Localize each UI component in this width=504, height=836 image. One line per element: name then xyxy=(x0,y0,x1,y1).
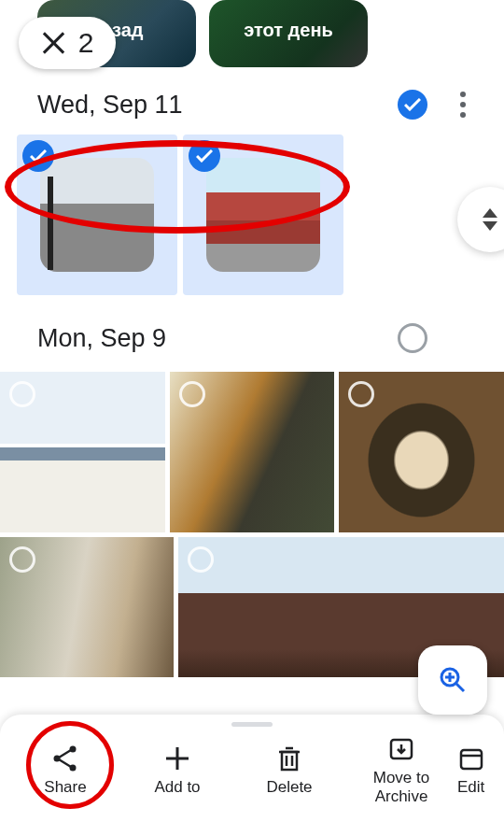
photo-tile[interactable] xyxy=(0,372,165,532)
svg-rect-17 xyxy=(461,750,482,769)
archive-button[interactable]: Move to Archive xyxy=(345,735,457,805)
selection-count: 2 xyxy=(78,27,94,59)
unselected-ring-icon xyxy=(188,546,214,573)
archive-icon xyxy=(387,735,415,763)
close-icon[interactable] xyxy=(41,31,65,55)
action-label: Edit xyxy=(457,778,484,797)
photo-tile[interactable] xyxy=(183,135,343,295)
action-label: Move to Archive xyxy=(345,769,457,805)
selection-pill[interactable]: 2 xyxy=(19,17,116,69)
share-icon xyxy=(51,744,79,772)
action-bar: Share Add to Delete Move to Archive Edit xyxy=(0,715,504,836)
svg-rect-11 xyxy=(282,752,297,770)
unselected-ring-icon xyxy=(179,381,205,407)
action-label: Delete xyxy=(266,778,312,797)
photo-tile[interactable] xyxy=(0,537,174,677)
drag-handle[interactable] xyxy=(231,722,273,727)
add-to-button[interactable]: Add to xyxy=(121,744,233,797)
magnify-plus-icon xyxy=(439,666,467,694)
svg-line-7 xyxy=(59,750,71,758)
chevron-up-icon xyxy=(483,208,497,218)
zoom-button[interactable] xyxy=(418,645,487,715)
photo-tile[interactable] xyxy=(17,135,177,295)
date-header: Mon, Sep 9 xyxy=(0,295,504,362)
overflow-icon[interactable] xyxy=(444,92,482,118)
action-label: Share xyxy=(44,778,86,797)
action-label: Add to xyxy=(154,778,200,797)
select-day-toggle[interactable] xyxy=(398,90,427,120)
date-header: Wed, Sep 11 xyxy=(0,67,504,129)
photo-grid-row xyxy=(0,372,504,532)
photo-tile[interactable] xyxy=(170,372,335,532)
unselected-ring-icon xyxy=(348,381,374,407)
photo-tile[interactable] xyxy=(339,372,504,532)
share-button[interactable]: Share xyxy=(9,744,121,797)
check-icon[interactable] xyxy=(22,140,54,172)
select-day-toggle[interactable] xyxy=(398,323,427,353)
svg-line-8 xyxy=(59,759,71,767)
photo-thumbnail xyxy=(40,158,154,272)
unselected-ring-icon xyxy=(9,546,35,573)
unselected-ring-icon xyxy=(9,381,35,407)
edit-datetime-button[interactable]: Edit xyxy=(457,744,504,797)
date-label: Mon, Sep 9 xyxy=(37,324,398,353)
chevron-down-icon xyxy=(483,221,497,231)
check-icon[interactable] xyxy=(189,140,220,172)
selected-photos-row xyxy=(0,129,504,295)
plus-icon xyxy=(163,744,191,772)
calendar-icon xyxy=(457,744,485,772)
date-label: Wed, Sep 11 xyxy=(37,91,398,120)
photo-thumbnail xyxy=(206,158,320,272)
delete-button[interactable]: Delete xyxy=(233,744,345,797)
trash-icon xyxy=(275,744,303,772)
memory-card[interactable]: этот день xyxy=(209,0,368,67)
svg-line-1 xyxy=(456,684,464,691)
memory-label: этот день xyxy=(244,20,333,41)
